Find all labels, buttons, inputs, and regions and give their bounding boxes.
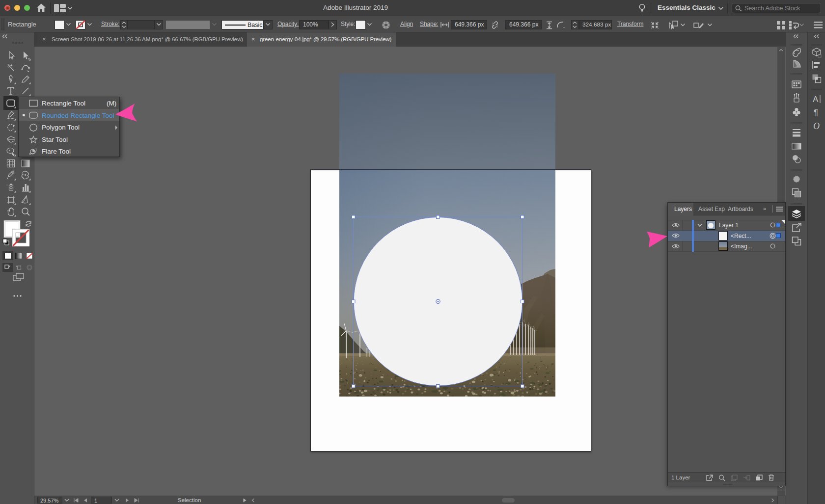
svg-text:O: O [813,121,820,131]
svg-text:A: A [813,95,819,104]
svg-text:¶: ¶ [814,108,818,117]
